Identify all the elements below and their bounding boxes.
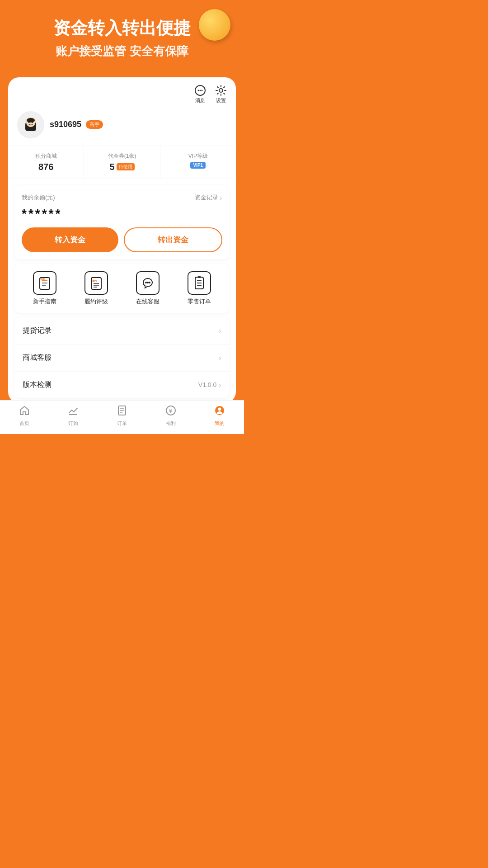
svg-point-4 (219, 89, 223, 92)
svg-rect-29 (197, 276, 201, 278)
vip-stat[interactable]: VIP等级 VIP1 (160, 146, 236, 179)
service-icon (141, 276, 155, 290)
header-section: 资金转入转出便捷 账户接受监管 安全有保障 (0, 0, 244, 77)
message-label: 消息 (195, 97, 205, 104)
stats-row: 积分商城 876 代金券(1张) 5 待使用 VIP等级 VIP1 (8, 146, 236, 179)
rating-icon: 履约 (89, 276, 103, 290)
svg-text:履约: 履约 (92, 279, 97, 282)
voucher-badge: 待使用 (117, 163, 135, 170)
settings-button[interactable]: 设置 (215, 85, 227, 104)
nav-order[interactable]: 订购 (49, 405, 98, 427)
card-content: 我的余额(元) 资金记录 ****** 转入资金 转出资金 (8, 185, 236, 403)
menu-list: 提货记录 商城客服 版本检测 V1.0.0 (14, 317, 230, 398)
points-stat[interactable]: 积分商城 876 (8, 146, 84, 179)
main-card: 消息 设置 (8, 77, 236, 403)
mine-icon (214, 405, 225, 419)
avatar (17, 111, 44, 138)
balance-link[interactable]: 资金记录 (195, 193, 222, 203)
bottom-nav: 首页 订购 订单 (0, 400, 244, 434)
gear-icon (215, 85, 227, 96)
menu-item-pickup[interactable]: 提货记录 (14, 317, 230, 344)
menu-pickup-right (218, 326, 221, 336)
svg-point-23 (147, 282, 149, 283)
svg-point-24 (149, 282, 150, 283)
balance-amount: ****** (22, 207, 222, 221)
svg-rect-11 (27, 118, 35, 123)
service-icon-box (136, 271, 160, 295)
voucher-value-row: 5 待使用 (109, 162, 134, 172)
version-number: V1.0.0 (198, 381, 216, 388)
pickup-chevron (218, 326, 221, 336)
rating-icon-box: 履约 (84, 271, 108, 295)
menu-version-right: V1.0.0 (198, 380, 221, 390)
action-guide-label: 新手指南 (33, 297, 56, 306)
menu-pickup-label: 提货记录 (23, 326, 52, 335)
menu-item-version[interactable]: 版本检测 V1.0.0 (14, 372, 230, 398)
voucher-value: 5 (109, 162, 114, 172)
retail-icon (192, 276, 206, 290)
action-retail[interactable]: 零售订单 (188, 271, 211, 306)
order-icon (68, 405, 79, 419)
voucher-stat[interactable]: 代金券(1张) 5 待使用 (84, 146, 160, 179)
svg-point-22 (145, 282, 147, 283)
home-icon (19, 405, 30, 419)
user-badge: 高手 (86, 120, 103, 129)
nav-mine[interactable]: 我的 (195, 405, 244, 427)
header-subtitle: 账户接受监管 安全有保障 (9, 43, 235, 59)
mall-service-chevron (218, 353, 221, 363)
nav-mine-label: 我的 (215, 420, 225, 427)
action-service[interactable]: 在线客服 (136, 271, 160, 306)
balance-buttons: 转入资金 转出资金 (22, 227, 222, 252)
nav-orders[interactable]: 订单 (98, 405, 146, 427)
vip-label: VIP等级 (188, 152, 208, 160)
svg-point-1 (198, 90, 199, 91)
message-button[interactable]: 消息 (194, 85, 206, 104)
welfare-icon: ¥ (165, 405, 176, 419)
user-row: s910695 高手 (8, 108, 236, 146)
action-retail-label: 零售订单 (188, 297, 211, 306)
transfer-in-button[interactable]: 转入资金 (22, 227, 118, 252)
svg-point-2 (200, 90, 201, 91)
menu-version-label: 版本检测 (23, 380, 52, 390)
balance-chevron (219, 193, 222, 203)
svg-text:指南: 指南 (40, 278, 45, 280)
svg-point-38 (218, 408, 221, 411)
balance-label: 我的余额(元) (22, 193, 55, 202)
orders-icon (117, 405, 127, 419)
voucher-label: 代金券(1张) (108, 152, 136, 160)
message-icon (194, 85, 206, 96)
points-value: 876 (38, 162, 53, 172)
header-title: 资金转入转出便捷 (9, 18, 235, 39)
nav-welfare[interactable]: ¥ 福利 (146, 405, 195, 427)
version-chevron (218, 380, 221, 390)
nav-home-label: 首页 (19, 420, 29, 427)
menu-item-mall-service[interactable]: 商城客服 (14, 344, 230, 372)
menu-mall-service-right (218, 353, 221, 363)
action-service-label: 在线客服 (136, 297, 160, 306)
nav-welfare-label: 福利 (166, 420, 176, 427)
retail-icon-box (188, 271, 211, 295)
nav-home[interactable]: 首页 (0, 405, 49, 427)
settings-label: 设置 (216, 97, 226, 104)
avatar-image (19, 113, 42, 136)
menu-mall-service-label: 商城客服 (23, 353, 52, 363)
svg-point-3 (202, 90, 203, 91)
action-rating[interactable]: 履约 履约评级 (84, 271, 108, 306)
quick-actions: 指南 新手指南 履约 (14, 264, 230, 313)
action-guide[interactable]: 指南 新手指南 (33, 271, 56, 306)
guide-icon-box: 指南 (33, 271, 56, 295)
nav-orders-label: 订单 (117, 420, 127, 427)
user-info: s910695 高手 (50, 120, 103, 129)
vip-badge: VIP1 (190, 162, 206, 169)
balance-header: 我的余额(元) 资金记录 (22, 193, 222, 203)
svg-text:¥: ¥ (169, 408, 172, 414)
nav-order-label: 订购 (68, 420, 78, 427)
username: s910695 (50, 120, 81, 129)
guide-icon: 指南 (38, 276, 52, 290)
points-label: 积分商城 (35, 152, 57, 160)
card-top-icons: 消息 设置 (8, 77, 236, 108)
transfer-out-button[interactable]: 转出资金 (124, 227, 222, 252)
balance-section: 我的余额(元) 资金记录 ****** 转入资金 转出资金 (14, 185, 230, 259)
action-rating-label: 履约评级 (84, 297, 108, 306)
